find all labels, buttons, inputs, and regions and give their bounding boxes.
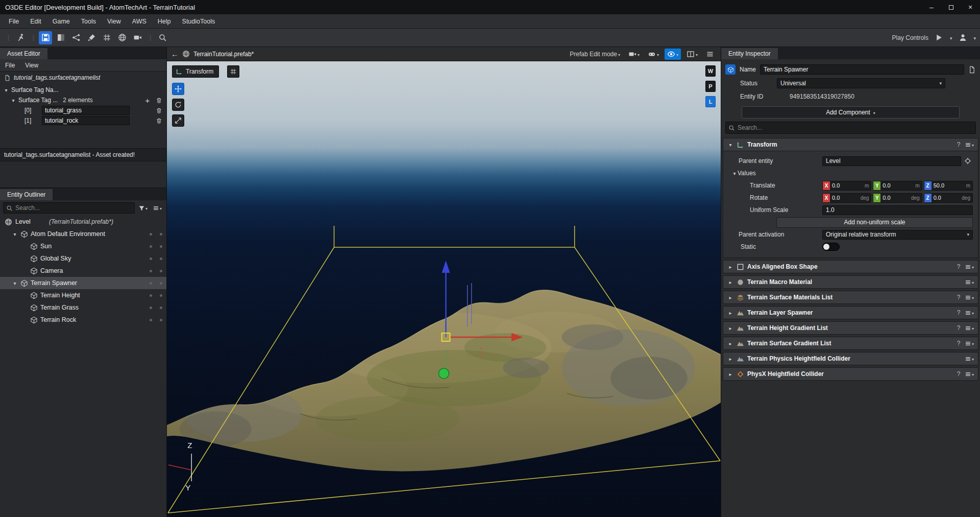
visibility-dot-icon[interactable]: [150, 307, 152, 309]
toolbar-handle[interactable]: ⋮: [4, 34, 12, 41]
component-header[interactable]: Terrain Height Gradient List: [723, 321, 978, 335]
expander-icon[interactable]: [727, 371, 733, 377]
entity-name-input[interactable]: [760, 64, 964, 75]
rotate-tool-button[interactable]: [172, 99, 184, 111]
user-icon[interactable]: [956, 31, 969, 44]
menu-aws[interactable]: AWS: [127, 14, 152, 29]
help-icon[interactable]: [955, 294, 962, 301]
viewport-canvas[interactable]: Z Y Transform: [167, 61, 721, 517]
expander-icon[interactable]: [727, 295, 733, 300]
vector-component-field[interactable]: Y 0.0 m: [873, 181, 922, 191]
edit-mode-icon[interactable]: [39, 31, 52, 44]
gradient-tool-icon[interactable]: [54, 31, 67, 44]
play-options-caret-icon[interactable]: [950, 34, 952, 41]
expander-icon[interactable]: [727, 356, 733, 362]
component-header[interactable]: Axis Aligned Box Shape: [723, 260, 978, 273]
lock-dot-icon[interactable]: [160, 282, 162, 285]
help-icon[interactable]: [955, 309, 962, 316]
list-item[interactable]: Atom Default Environment: [0, 228, 166, 240]
vector-component-field[interactable]: Z 0.0 deg: [924, 193, 973, 203]
component-menu-icon[interactable]: [965, 340, 974, 347]
node-graph-icon[interactable]: [69, 31, 83, 44]
tree-row-root[interactable]: Surface Tag Na...: [0, 85, 166, 95]
component-menu-icon[interactable]: [965, 294, 974, 301]
lock-dot-icon[interactable]: [160, 319, 162, 321]
search-tool-icon[interactable]: [156, 31, 169, 44]
vector-component-field[interactable]: X 0.0 deg: [822, 193, 871, 203]
component-search-input[interactable]: [738, 124, 973, 131]
component-header[interactable]: Terrain Macro Material: [723, 275, 978, 289]
lock-dot-icon[interactable]: [160, 245, 162, 248]
lock-dot-icon[interactable]: [160, 233, 162, 236]
static-toggle[interactable]: [822, 243, 840, 251]
visibility-dot-icon[interactable]: [150, 319, 152, 321]
menu-file[interactable]: File: [3, 14, 24, 29]
menu-view[interactable]: View: [102, 14, 127, 29]
component-header[interactable]: Terrain Surface Materials List: [723, 291, 978, 304]
parent-activation-dropdown[interactable]: Original relative transform: [822, 230, 973, 240]
list-item[interactable]: Terrain Grass: [0, 301, 166, 314]
list-item[interactable]: Terrain Rock: [0, 314, 166, 326]
menu-game[interactable]: Game: [47, 14, 76, 29]
expander-icon[interactable]: [727, 264, 733, 270]
visibility-dot-icon[interactable]: [150, 233, 152, 236]
component-menu-icon[interactable]: [965, 141, 974, 148]
tab-asset-editor[interactable]: Asset Editor: [0, 48, 47, 59]
expander-icon[interactable]: [731, 171, 738, 176]
toolbar-handle[interactable]: ⋮: [146, 34, 154, 41]
help-icon[interactable]: [955, 370, 962, 378]
user-options-caret-icon[interactable]: [973, 34, 976, 41]
space-button-l[interactable]: L: [705, 96, 716, 107]
lock-dot-icon[interactable]: [160, 294, 162, 297]
vector-component-field[interactable]: Z 50.0 m: [924, 181, 973, 191]
list-item[interactable]: Sun: [0, 240, 166, 252]
simulate-icon[interactable]: [14, 31, 27, 44]
entity-picker-icon[interactable]: [963, 156, 973, 166]
parent-entity-field[interactable]: Level: [822, 156, 961, 166]
viewport-menu-icon[interactable]: [703, 49, 717, 60]
lock-dot-icon[interactable]: [160, 257, 162, 260]
space-button-p[interactable]: P: [705, 81, 716, 92]
outliner-search[interactable]: [3, 202, 135, 214]
delete-icon[interactable]: [154, 96, 163, 105]
add-component-button[interactable]: Add Component: [742, 106, 960, 119]
filter-icon[interactable]: [137, 204, 149, 212]
debug-icon[interactable]: [645, 49, 662, 60]
element-value-input[interactable]: [42, 116, 130, 125]
asset-editor-menu-view[interactable]: View: [20, 62, 43, 69]
expander-icon[interactable]: [727, 325, 733, 331]
component-header[interactable]: PhysX Heightfield Collider: [723, 367, 978, 381]
menu-tools[interactable]: Tools: [76, 14, 102, 29]
scale-tool-button[interactable]: [172, 114, 184, 127]
vector-component-field[interactable]: Y 0.0 deg: [873, 193, 922, 203]
uniform-scale-field[interactable]: 1.0: [822, 205, 973, 215]
list-item[interactable]: Global Sky: [0, 252, 166, 265]
lock-dot-icon[interactable]: [160, 270, 162, 272]
world-icon[interactable]: [115, 31, 129, 44]
component-menu-icon[interactable]: [965, 324, 974, 332]
help-icon[interactable]: [955, 263, 962, 270]
component-header[interactable]: Terrain Layer Spawner: [723, 306, 978, 319]
outliner-root-row[interactable]: Level (TerrainTutorial.prefab*): [0, 216, 166, 228]
add-non-uniform-scale-button[interactable]: Add non-uniform scale: [776, 217, 973, 228]
tree-row-child[interactable]: Surface Tag ... 2 elements +: [0, 95, 166, 105]
expander-icon[interactable]: [727, 279, 733, 285]
eye-icon[interactable]: [665, 49, 681, 60]
expander-icon[interactable]: [727, 310, 733, 316]
expander-icon[interactable]: [727, 142, 733, 148]
asset-editor-menu-file[interactable]: File: [0, 62, 20, 69]
play-button[interactable]: [933, 31, 946, 44]
expander-icon[interactable]: [727, 341, 733, 346]
list-item[interactable]: Camera: [0, 265, 166, 277]
move-tool-button[interactable]: [172, 83, 184, 95]
component-header[interactable]: Terrain Physics Heightfield Collider: [723, 352, 978, 365]
camera-icon[interactable]: [626, 49, 642, 60]
transform-mode-button[interactable]: Transform: [172, 65, 219, 78]
list-item[interactable]: Terrain Spawner: [0, 277, 166, 289]
visibility-dot-icon[interactable]: [150, 270, 152, 272]
help-icon[interactable]: [955, 324, 962, 332]
visibility-dot-icon[interactable]: [150, 294, 152, 297]
menu-studiotools[interactable]: StudioTools: [177, 14, 221, 29]
visibility-dot-icon[interactable]: [150, 245, 152, 248]
status-dropdown[interactable]: Universal: [777, 78, 945, 88]
